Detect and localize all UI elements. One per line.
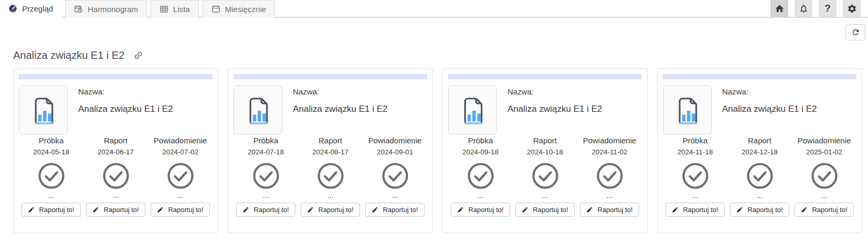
report-button[interactable]: Raportuj to! <box>580 203 639 217</box>
pencil-icon <box>801 206 808 213</box>
pencil-icon <box>92 206 99 213</box>
report-button-label: Raportuj to! <box>747 206 782 214</box>
milestone-powiadomienie: Powiadomienie 2025-01-02 ... Raportuj to… <box>792 136 856 217</box>
document-chart-icon <box>459 94 486 126</box>
report-button[interactable]: Raportuj to! <box>301 203 359 217</box>
report-button[interactable]: Raportuj to! <box>730 203 789 217</box>
link-icon[interactable] <box>131 48 145 62</box>
milestone-more: ... <box>607 192 613 198</box>
document-chart-icon <box>674 94 701 126</box>
report-button[interactable]: Raportuj to! <box>236 203 295 217</box>
document-chart-icon <box>245 94 272 126</box>
report-button[interactable]: Raportuj to! <box>151 203 209 217</box>
progress-bar <box>19 74 213 79</box>
milestone-more: ... <box>542 192 548 198</box>
milestones-row: Próbka 2024-09-18 ... Raportuj to! Rapor… <box>448 136 642 217</box>
card-media: Nazwa: Analiza związku E1 i E2 <box>19 86 213 134</box>
report-button[interactable]: Raportuj to! <box>795 203 853 217</box>
home-button[interactable] <box>770 0 788 17</box>
milestone-label: Próbka <box>683 136 708 145</box>
tab-lista[interactable]: Lista <box>151 0 199 18</box>
card-media: Nazwa: Analiza związku E1 i E2 <box>663 86 856 134</box>
title-row: Analiza związku E1 i E2 <box>0 49 868 61</box>
card-text: Nazwa: Analiza związku E1 i E2 <box>507 86 602 134</box>
tab-przeglad[interactable]: Przegląd <box>0 0 61 18</box>
report-button-label: Raportuj to! <box>253 206 289 214</box>
milestone-raport: Raport 2024-08-17 ... Raportuj to! <box>298 136 363 217</box>
tab-bar: Przegląd Harmonogram Lista Miesięcznie <box>0 0 868 18</box>
milestone-date: 2024-12-18 <box>742 148 778 156</box>
milestone-raport: Raport 2024-12-18 ... Raportuj to! <box>727 136 792 217</box>
name-label: Nazwa: <box>722 87 817 96</box>
milestone-more: ... <box>177 192 184 198</box>
report-button[interactable]: Raportuj to! <box>451 203 510 217</box>
card-media: Nazwa: Analiza związku E1 i E2 <box>234 86 427 134</box>
report-button-label: Raportuj to! <box>39 206 74 214</box>
milestone-label: Raport <box>104 136 128 145</box>
milestone-date: 2024-05-18 <box>33 148 69 156</box>
check-circle-icon <box>102 162 130 190</box>
milestone-more: ... <box>263 192 269 198</box>
milestone-date: 2024-08-17 <box>312 148 348 156</box>
milestone-date: 2024-11-02 <box>591 148 627 156</box>
card-text: Nazwa: Analiza związku E1 i E2 <box>78 86 173 134</box>
refresh-icon <box>851 28 860 37</box>
milestone-label: Raport <box>533 136 557 145</box>
document-chart-icon <box>30 94 57 126</box>
calendar-icon <box>211 5 220 14</box>
tab-label: Harmonogram <box>88 5 138 14</box>
report-button[interactable]: Raportuj to! <box>515 203 574 217</box>
milestone-more: ... <box>821 192 828 198</box>
page-title: Analiza związku E1 i E2 <box>13 49 124 61</box>
milestone-date: 2024-07-02 <box>162 148 198 156</box>
milestone-more: ... <box>392 192 398 198</box>
help-button[interactable]: ? <box>819 0 837 17</box>
gear-icon <box>847 4 857 14</box>
milestone-label: Powiadomienie <box>368 136 422 145</box>
report-button-label: Raportuj to! <box>318 206 353 214</box>
milestone-label: Raport <box>748 136 771 145</box>
report-button[interactable]: Raportuj to! <box>365 203 424 217</box>
home-icon <box>775 4 785 14</box>
cards-row: Nazwa: Analiza związku E1 i E2 Próbka 20… <box>0 61 868 233</box>
gauge-icon <box>8 4 17 13</box>
analysis-name: Analiza związku E1 i E2 <box>507 104 602 114</box>
bell-icon <box>799 4 809 14</box>
milestone-more: ... <box>113 192 119 198</box>
tab-label: Lista <box>173 5 190 14</box>
analysis-name: Analiza związku E1 i E2 <box>293 104 387 114</box>
refresh-button[interactable] <box>845 24 865 40</box>
milestone-more: ... <box>48 192 55 198</box>
milestone-probka: Próbka 2024-09-18 ... Raportuj to! <box>448 136 513 217</box>
milestone-more: ... <box>692 192 698 198</box>
analysis-card: Nazwa: Analiza związku E1 i E2 Próbka 20… <box>13 68 218 233</box>
report-button-label: Raportuj to! <box>168 206 203 214</box>
card-media: Nazwa: Analiza związku E1 i E2 <box>448 86 642 134</box>
analysis-card: Nazwa: Analiza związku E1 i E2 Próbka 20… <box>442 68 648 233</box>
tab-harmonogram[interactable]: Harmonogram <box>65 0 147 18</box>
report-button[interactable]: Raportuj to! <box>86 203 145 217</box>
milestone-date: 2024-09-18 <box>462 148 499 156</box>
calendar-clock-icon <box>74 5 83 14</box>
milestones-row: Próbka 2024-07-18 ... Raportuj to! Rapor… <box>234 136 427 217</box>
progress-bar <box>234 74 427 79</box>
pencil-icon <box>736 206 743 213</box>
milestone-date: 2024-10-18 <box>527 148 563 156</box>
report-button[interactable]: Raportuj to! <box>665 203 724 217</box>
milestone-date: 2025-01-02 <box>806 148 842 156</box>
check-circle-icon <box>167 162 194 190</box>
report-button-label: Raportuj to! <box>383 206 418 214</box>
report-button-label: Raportuj to! <box>103 206 139 214</box>
check-circle-icon <box>746 162 774 190</box>
milestone-label: Próbka <box>468 136 493 145</box>
milestone-more: ... <box>327 192 334 198</box>
pencil-icon <box>672 206 679 213</box>
notifications-button[interactable] <box>795 0 812 17</box>
tab-label: Miesięcznie <box>225 5 266 14</box>
progress-bar <box>448 74 642 79</box>
report-button[interactable]: Raportuj to! <box>22 203 80 217</box>
milestone-raport: Raport 2024-10-18 ... Raportuj to! <box>513 136 577 217</box>
analysis-name: Analiza związku E1 i E2 <box>722 104 817 114</box>
settings-button[interactable] <box>843 0 861 17</box>
tab-miesiecznie[interactable]: Miesięcznie <box>203 0 275 18</box>
